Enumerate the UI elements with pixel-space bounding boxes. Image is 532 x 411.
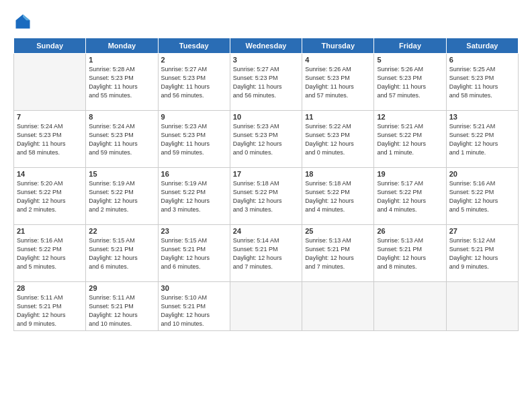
day-info: Sunrise: 5:13 AM Sunset: 5:21 PM Dayligh…: [305, 236, 371, 271]
weekday-thursday: Thursday: [302, 38, 374, 54]
calendar-cell: 11Sunrise: 5:22 AM Sunset: 5:23 PM Dayli…: [302, 111, 374, 168]
day-info: Sunrise: 5:14 AM Sunset: 5:21 PM Dayligh…: [233, 236, 299, 271]
week-row-3: 21Sunrise: 5:16 AM Sunset: 5:22 PM Dayli…: [14, 225, 519, 282]
calendar-cell: [446, 282, 518, 331]
day-info: Sunrise: 5:15 AM Sunset: 5:21 PM Dayligh…: [89, 236, 154, 271]
day-info: Sunrise: 5:22 AM Sunset: 5:23 PM Dayligh…: [305, 122, 371, 157]
day-number: 7: [17, 113, 83, 121]
calendar-cell: 18Sunrise: 5:18 AM Sunset: 5:22 PM Dayli…: [302, 168, 374, 225]
day-number: 11: [305, 113, 371, 121]
day-number: 26: [377, 227, 443, 235]
day-number: 2: [161, 56, 227, 64]
header: [13, 12, 519, 31]
day-number: 1: [89, 56, 154, 64]
day-info: Sunrise: 5:20 AM Sunset: 5:22 PM Dayligh…: [17, 179, 83, 214]
day-number: 30: [161, 284, 227, 292]
weekday-wednesday: Wednesday: [230, 38, 302, 54]
calendar-cell: [230, 282, 302, 331]
page: SundayMondayTuesdayWednesdayThursdayFrid…: [0, 0, 532, 411]
weekday-header-row: SundayMondayTuesdayWednesdayThursdayFrid…: [14, 38, 519, 54]
day-info: Sunrise: 5:10 AM Sunset: 5:21 PM Dayligh…: [161, 293, 227, 328]
calendar-cell: 30Sunrise: 5:10 AM Sunset: 5:21 PM Dayli…: [158, 282, 230, 331]
weekday-saturday: Saturday: [446, 38, 518, 54]
day-number: 17: [233, 170, 299, 178]
calendar-cell: 23Sunrise: 5:15 AM Sunset: 5:21 PM Dayli…: [158, 225, 230, 282]
calendar-cell: 1Sunrise: 5:28 AM Sunset: 5:23 PM Daylig…: [86, 54, 158, 111]
day-info: Sunrise: 5:23 AM Sunset: 5:23 PM Dayligh…: [161, 122, 227, 157]
day-info: Sunrise: 5:26 AM Sunset: 5:23 PM Dayligh…: [377, 65, 443, 100]
day-number: 24: [233, 227, 299, 235]
calendar-cell: 12Sunrise: 5:21 AM Sunset: 5:22 PM Dayli…: [374, 111, 446, 168]
day-info: Sunrise: 5:11 AM Sunset: 5:21 PM Dayligh…: [89, 293, 154, 328]
logo: [13, 12, 35, 31]
day-number: 25: [305, 227, 371, 235]
calendar-cell: 28Sunrise: 5:11 AM Sunset: 5:21 PM Dayli…: [14, 282, 86, 331]
calendar-cell: 20Sunrise: 5:16 AM Sunset: 5:22 PM Dayli…: [446, 168, 518, 225]
calendar-cell: 3Sunrise: 5:27 AM Sunset: 5:23 PM Daylig…: [230, 54, 302, 111]
day-info: Sunrise: 5:23 AM Sunset: 5:23 PM Dayligh…: [233, 122, 299, 157]
calendar-cell: 22Sunrise: 5:15 AM Sunset: 5:21 PM Dayli…: [86, 225, 158, 282]
day-number: 12: [377, 113, 443, 121]
calendar-cell: 26Sunrise: 5:13 AM Sunset: 5:21 PM Dayli…: [374, 225, 446, 282]
day-info: Sunrise: 5:19 AM Sunset: 5:22 PM Dayligh…: [89, 179, 154, 214]
calendar-cell: [302, 282, 374, 331]
day-number: 14: [17, 170, 83, 178]
day-number: 29: [89, 284, 154, 292]
day-number: 6: [449, 56, 515, 64]
weekday-monday: Monday: [86, 38, 158, 54]
calendar-cell: 6Sunrise: 5:25 AM Sunset: 5:23 PM Daylig…: [446, 54, 518, 111]
calendar-table: SundayMondayTuesdayWednesdayThursdayFrid…: [13, 38, 519, 331]
calendar-cell: 13Sunrise: 5:21 AM Sunset: 5:22 PM Dayli…: [446, 111, 518, 168]
calendar-cell: 24Sunrise: 5:14 AM Sunset: 5:21 PM Dayli…: [230, 225, 302, 282]
weekday-tuesday: Tuesday: [158, 38, 230, 54]
day-number: 16: [161, 170, 227, 178]
day-info: Sunrise: 5:25 AM Sunset: 5:23 PM Dayligh…: [449, 65, 515, 100]
calendar-cell: 5Sunrise: 5:26 AM Sunset: 5:23 PM Daylig…: [374, 54, 446, 111]
day-info: Sunrise: 5:18 AM Sunset: 5:22 PM Dayligh…: [305, 179, 371, 214]
calendar-cell: 21Sunrise: 5:16 AM Sunset: 5:22 PM Dayli…: [14, 225, 86, 282]
calendar-cell: 29Sunrise: 5:11 AM Sunset: 5:21 PM Dayli…: [86, 282, 158, 331]
day-info: Sunrise: 5:26 AM Sunset: 5:23 PM Dayligh…: [305, 65, 371, 100]
day-info: Sunrise: 5:15 AM Sunset: 5:21 PM Dayligh…: [161, 236, 227, 271]
day-number: 19: [377, 170, 443, 178]
week-row-2: 14Sunrise: 5:20 AM Sunset: 5:22 PM Dayli…: [14, 168, 519, 225]
day-number: 15: [89, 170, 154, 178]
day-info: Sunrise: 5:21 AM Sunset: 5:22 PM Dayligh…: [377, 122, 443, 157]
day-number: 27: [449, 227, 515, 235]
day-number: 10: [233, 113, 299, 121]
day-info: Sunrise: 5:27 AM Sunset: 5:23 PM Dayligh…: [161, 65, 227, 100]
day-number: 20: [449, 170, 515, 178]
week-row-1: 7Sunrise: 5:24 AM Sunset: 5:23 PM Daylig…: [14, 111, 519, 168]
day-info: Sunrise: 5:19 AM Sunset: 5:22 PM Dayligh…: [161, 179, 227, 214]
calendar-cell: 4Sunrise: 5:26 AM Sunset: 5:23 PM Daylig…: [302, 54, 374, 111]
calendar-cell: 16Sunrise: 5:19 AM Sunset: 5:22 PM Dayli…: [158, 168, 230, 225]
day-number: 5: [377, 56, 443, 64]
day-info: Sunrise: 5:24 AM Sunset: 5:23 PM Dayligh…: [17, 122, 83, 157]
calendar-cell: 14Sunrise: 5:20 AM Sunset: 5:22 PM Dayli…: [14, 168, 86, 225]
logo-icon: [13, 12, 32, 31]
day-info: Sunrise: 5:16 AM Sunset: 5:22 PM Dayligh…: [17, 236, 83, 271]
day-number: 22: [89, 227, 154, 235]
week-row-4: 28Sunrise: 5:11 AM Sunset: 5:21 PM Dayli…: [14, 282, 519, 331]
calendar-cell: [14, 54, 86, 111]
day-info: Sunrise: 5:16 AM Sunset: 5:22 PM Dayligh…: [449, 179, 515, 214]
day-number: 8: [89, 113, 154, 121]
calendar-cell: 2Sunrise: 5:27 AM Sunset: 5:23 PM Daylig…: [158, 54, 230, 111]
day-info: Sunrise: 5:21 AM Sunset: 5:22 PM Dayligh…: [449, 122, 515, 157]
calendar-cell: 19Sunrise: 5:17 AM Sunset: 5:22 PM Dayli…: [374, 168, 446, 225]
day-info: Sunrise: 5:27 AM Sunset: 5:23 PM Dayligh…: [233, 65, 299, 100]
day-number: 18: [305, 170, 371, 178]
day-info: Sunrise: 5:28 AM Sunset: 5:23 PM Dayligh…: [89, 65, 154, 100]
calendar-cell: 9Sunrise: 5:23 AM Sunset: 5:23 PM Daylig…: [158, 111, 230, 168]
day-info: Sunrise: 5:13 AM Sunset: 5:21 PM Dayligh…: [377, 236, 443, 271]
calendar-cell: 17Sunrise: 5:18 AM Sunset: 5:22 PM Dayli…: [230, 168, 302, 225]
calendar-cell: 25Sunrise: 5:13 AM Sunset: 5:21 PM Dayli…: [302, 225, 374, 282]
day-info: Sunrise: 5:17 AM Sunset: 5:22 PM Dayligh…: [377, 179, 443, 214]
week-row-0: 1Sunrise: 5:28 AM Sunset: 5:23 PM Daylig…: [14, 54, 519, 111]
day-info: Sunrise: 5:18 AM Sunset: 5:22 PM Dayligh…: [233, 179, 299, 214]
weekday-friday: Friday: [374, 38, 446, 54]
day-number: 4: [305, 56, 371, 64]
calendar-cell: 27Sunrise: 5:12 AM Sunset: 5:21 PM Dayli…: [446, 225, 518, 282]
day-number: 23: [161, 227, 227, 235]
day-info: Sunrise: 5:12 AM Sunset: 5:21 PM Dayligh…: [449, 236, 515, 271]
